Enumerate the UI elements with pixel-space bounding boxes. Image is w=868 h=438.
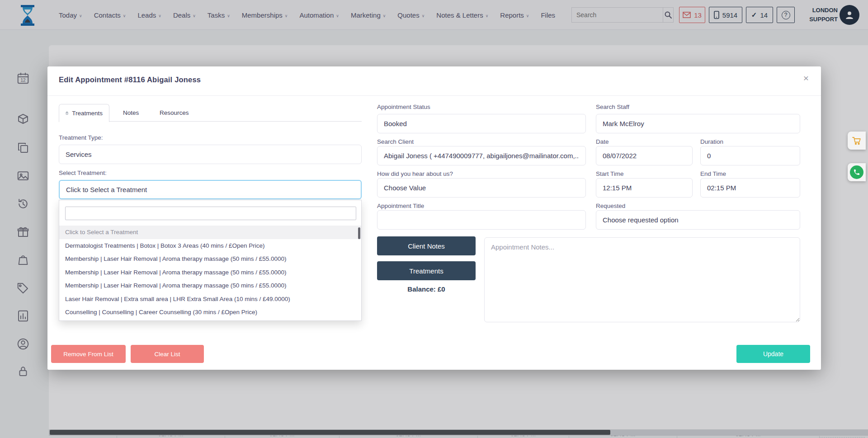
hear-about-us-select[interactable] (377, 178, 586, 198)
treatment-type-select[interactable] (59, 145, 362, 164)
client-notes-button[interactable]: Client Notes (377, 236, 476, 255)
clipboard-icon (66, 109, 68, 117)
cart-icon (851, 135, 862, 146)
treatment-options-list: Click to Select a Treatment Dermatologis… (59, 226, 362, 319)
phone-icon (853, 169, 860, 176)
search-staff-input[interactable] (596, 114, 800, 133)
treatment-option[interactable]: Counselling | Counselling | Career Couns… (59, 306, 362, 319)
divider (47, 95, 821, 96)
treatment-option[interactable]: Membership | Laser Hair Removal | Aroma … (59, 252, 362, 266)
dropdown-search-input[interactable] (65, 207, 356, 220)
search-client-input[interactable] (377, 146, 586, 165)
select-treatment-select[interactable] (59, 180, 362, 199)
select-treatment-label: Select Treatment: (59, 170, 107, 176)
search-staff-label: Search Staff (596, 104, 629, 110)
duration-label: Duration (700, 138, 723, 145)
end-time-input[interactable] (700, 178, 800, 198)
start-time-input[interactable] (596, 178, 693, 198)
tab-treatments[interactable]: Treatments (59, 104, 109, 122)
screen: Today∨ Contacts∨ Leads∨ Deals∨ Tasks∨ Me… (0, 0, 868, 438)
update-button[interactable]: Update (736, 345, 810, 363)
treatment-dropdown: Click to Select a Treatment Dermatologis… (59, 200, 362, 321)
edit-appointment-modal: Edit Appointment #8116 Abigail Joness × … (47, 66, 821, 370)
treatment-type-label: Treatment Type: (59, 134, 103, 141)
tab-notes[interactable]: Notes (113, 104, 143, 122)
date-input[interactable] (596, 146, 693, 165)
modal-title: Edit Appointment #8116 Abigail Joness (59, 75, 201, 84)
dropdown-scrollbar-thumb[interactable] (358, 227, 360, 239)
treatment-option-placeholder[interactable]: Click to Select a Treatment (59, 226, 362, 239)
end-time-label: End Time (700, 170, 726, 177)
duration-input[interactable] (700, 146, 800, 165)
appointment-title-input[interactable] (377, 210, 586, 230)
close-icon[interactable]: × (801, 73, 811, 84)
requested-select[interactable] (596, 210, 800, 230)
search-client-label: Search Client (377, 138, 414, 145)
treatment-option[interactable]: Membership | Laser Hair Removal | Aroma … (59, 266, 362, 279)
start-time-label: Start Time (596, 170, 624, 177)
requested-label: Requested (596, 203, 625, 209)
phone-float-button[interactable] (848, 163, 866, 181)
appointment-status-label: Appointment Status (377, 104, 430, 110)
appointment-notes-textarea[interactable] (484, 237, 800, 322)
treatment-option[interactable]: Dermatologist Treatments | Botox | Botox… (59, 239, 362, 253)
clear-list-button[interactable]: Clear List (131, 345, 204, 363)
treatments-button[interactable]: Treatments (377, 261, 476, 280)
tab-resources[interactable]: Resources (150, 104, 195, 122)
appointment-status-select[interactable] (377, 114, 586, 133)
treatment-option[interactable]: Membership | Laser Hair Removal | Aroma … (59, 279, 362, 292)
treatment-option[interactable]: Laser Hair Removal | Extra small area | … (59, 292, 362, 306)
cart-float-button[interactable] (848, 132, 866, 150)
date-label: Date (596, 138, 609, 145)
balance-text: Balance: £0 (377, 285, 476, 293)
appointment-title-label: Appointment Title (377, 203, 424, 209)
remove-from-list-button[interactable]: Remove From List (51, 345, 126, 363)
hear-about-us-label: How did you hear about us? (377, 170, 453, 177)
